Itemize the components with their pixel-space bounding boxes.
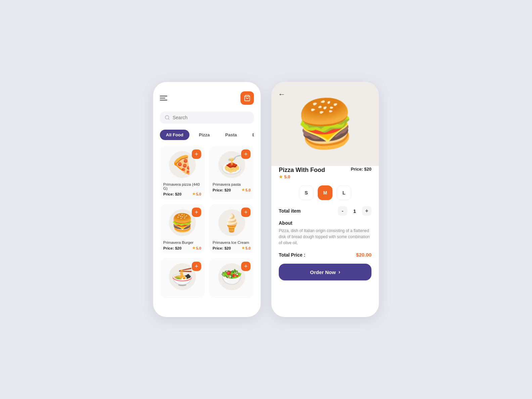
food-rating-1: ★5.0 (192, 192, 201, 196)
about-title: About (279, 220, 371, 226)
food-price-3: Price: $20 (163, 246, 181, 250)
qty-plus-button[interactable]: + (362, 206, 371, 216)
svg-line-2 (168, 119, 169, 120)
detail-content: Pizza With Food ★ 5.0 Price: $20 S M L T… (271, 159, 379, 317)
food-grid: 🍕 + Primavera pizza (440 G) Price: $20 ★… (160, 146, 254, 298)
qty-minus-button[interactable]: - (338, 206, 347, 216)
size-l-button[interactable]: L (337, 185, 351, 200)
food-card-4: 🍦 + Primavera Ice Cream Price: $20 ★5.0 (209, 204, 254, 254)
food-price-row-2: Price: $20 ★5.0 (213, 188, 251, 192)
add-button-4[interactable]: + (241, 208, 251, 217)
category-tabs: All Food Pizza Pasta Burger (160, 130, 254, 140)
food-name-4: Primavera Ice Cream (213, 240, 251, 245)
add-button-5[interactable]: + (192, 262, 201, 271)
search-input[interactable] (173, 115, 249, 120)
food-detail-title: Pizza With Food (279, 167, 325, 174)
tab-all-food[interactable]: All Food (160, 130, 189, 140)
add-button-1[interactable]: + (192, 149, 201, 159)
food-rating-4: ★5.0 (241, 246, 251, 250)
food-name-3: Primavera Burger (163, 240, 201, 245)
qty-number: 1 (351, 208, 358, 214)
food-card-1: 🍕 + Primavera pizza (440 G) Price: $20 ★… (160, 146, 205, 200)
cart-button[interactable] (240, 91, 254, 105)
food-rating-3: ★5.0 (192, 246, 201, 250)
search-icon (165, 115, 170, 120)
food-price-1: Price: $20 (163, 192, 181, 196)
tab-burger[interactable]: Burger (246, 130, 254, 140)
food-price-2: Price: $20 (213, 188, 231, 192)
food-name-2: Primavera pasta (213, 182, 251, 186)
food-card-2: 🍝 + Primavera pasta Price: $20 ★5.0 (209, 146, 254, 200)
quantity-row: Total item - 1 + (279, 206, 371, 216)
order-arrow-icon: › (339, 269, 340, 275)
detail-price: Price: $20 (351, 167, 371, 172)
search-bar (160, 112, 254, 124)
size-s-button[interactable]: S (299, 185, 314, 200)
hero-section: ← 🍔 (271, 82, 379, 166)
total-item-label: Total item (279, 208, 301, 214)
food-price-row-4: Price: $20 ★5.0 (213, 246, 251, 250)
food-card-5: 🍜 + (160, 258, 205, 298)
food-price-row-3: Price: $20 ★5.0 (163, 246, 201, 250)
add-button-6[interactable]: + (241, 262, 251, 271)
size-selector: S M L (279, 185, 371, 200)
phone-header (160, 91, 254, 105)
order-now-label: Order Now (310, 269, 336, 275)
title-group: Pizza With Food ★ 5.0 (279, 167, 325, 179)
about-text: Pizza, dish of Italian origin consisting… (279, 228, 371, 246)
hero-image: 🍔 (294, 98, 357, 150)
food-card-3: 🍔 + Primavera Burger Price: $20 ★5.0 (160, 204, 205, 254)
size-m-button[interactable]: M (318, 185, 332, 200)
right-phone: ← 🍔 Pizza With Food ★ 5.0 Price: $20 S M… (271, 82, 379, 317)
food-card-6: 🥗 + (209, 258, 254, 298)
food-name-1: Primavera pizza (440 G) (163, 182, 201, 190)
food-price-row-1: Price: $20 ★5.0 (163, 192, 201, 196)
title-row: Pizza With Food ★ 5.0 Price: $20 (279, 167, 371, 179)
add-button-3[interactable]: + (192, 208, 201, 217)
back-button[interactable]: ← (278, 90, 285, 99)
food-price-4: Price: $20 (213, 246, 231, 250)
total-price-value: $20.00 (356, 252, 371, 258)
tab-pasta[interactable]: Pasta (219, 130, 243, 140)
qty-controls: - 1 + (338, 206, 371, 216)
total-label: Total Price : (279, 252, 305, 258)
food-rating-2: ★5.0 (241, 188, 251, 192)
order-now-button[interactable]: Order Now › (279, 264, 371, 280)
tab-pizza[interactable]: Pizza (193, 130, 216, 140)
total-price-row: Total Price : $20.00 (279, 252, 371, 258)
menu-icon[interactable] (160, 96, 167, 100)
left-phone: All Food Pizza Pasta Burger 🍕 + Primaver… (153, 82, 261, 317)
detail-rating: ★ 5.0 (279, 174, 325, 179)
add-button-2[interactable]: + (241, 149, 251, 159)
about-section: About Pizza, dish of Italian origin cons… (279, 220, 371, 246)
